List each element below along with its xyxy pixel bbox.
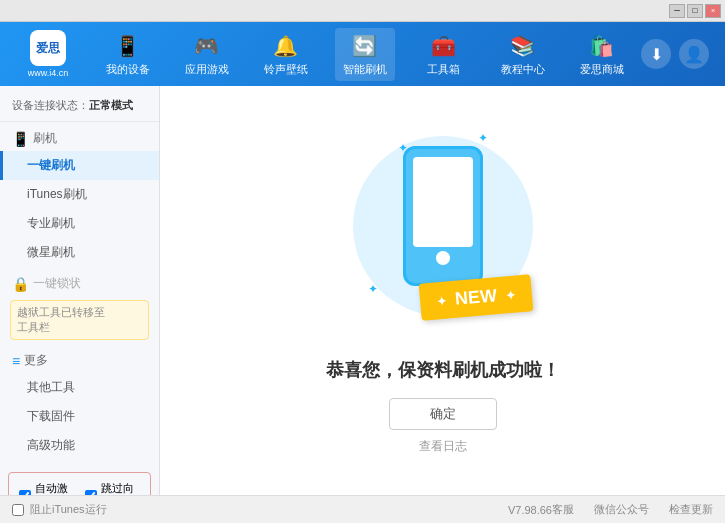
nav-label-app-games: 应用游戏 xyxy=(185,62,229,77)
phone-illustration: ✦ ✦ ✦ NEW xyxy=(343,126,543,346)
phone-home-button xyxy=(436,251,450,265)
phone-shape xyxy=(403,146,483,286)
main-content: ✦ ✦ ✦ NEW 恭喜您，保资料刷机成功啦！ 确定 查看日志 xyxy=(160,86,725,495)
nav-app-games[interactable]: 🎮 应用游戏 xyxy=(177,28,237,81)
wechat-public-link[interactable]: 微信公众号 xyxy=(594,502,649,517)
flash-section-icon: 📱 xyxy=(12,131,29,147)
sparkle-3: ✦ xyxy=(368,282,378,296)
sparkle-1: ✦ xyxy=(398,141,408,155)
nav-smart-flash[interactable]: 🔄 智能刷机 xyxy=(335,28,395,81)
sidebar: 设备连接状态：正常模式 📱 刷机 一键刷机 iTunes刷机 专业刷机 微星刷机… xyxy=(0,86,160,495)
version-label: V7.98.66 xyxy=(508,504,552,516)
stop-itunes-checkbox[interactable] xyxy=(12,504,24,516)
new-text: NEW xyxy=(455,285,499,309)
stop-itunes-label: 阻止iTunes运行 xyxy=(30,502,107,517)
section-flash-label: 刷机 xyxy=(33,130,57,147)
auto-activate-checkbox[interactable]: 自动激活 xyxy=(19,481,75,495)
nav-bar: 📱 我的设备 🎮 应用游戏 🔔 铃声壁纸 🔄 智能刷机 🧰 工具箱 📚 教程中心… xyxy=(88,28,641,81)
logo: 爱思 www.i4.cn xyxy=(8,30,88,78)
skip-wizard-label: 跳过向导 xyxy=(101,481,141,495)
check-update-link[interactable]: 检查更新 xyxy=(669,502,713,517)
logo-url: www.i4.cn xyxy=(28,68,69,78)
user-button[interactable]: 👤 xyxy=(679,39,709,69)
smart-flash-icon: 🔄 xyxy=(351,32,379,60)
lock-section-icon: 🔒 xyxy=(12,276,29,292)
ringtones-icon: 🔔 xyxy=(272,32,300,60)
nav-label-ringtones: 铃声壁纸 xyxy=(264,62,308,77)
section-more: ≡ 更多 xyxy=(0,348,159,373)
title-bar-controls: ─ □ × xyxy=(669,4,721,18)
section-flash: 📱 刷机 xyxy=(0,126,159,151)
nav-label-my-device: 我的设备 xyxy=(106,62,150,77)
section-more-label: 更多 xyxy=(24,352,48,369)
view-log-link[interactable]: 查看日志 xyxy=(419,438,467,455)
more-section-icon: ≡ xyxy=(12,353,20,369)
footer-right: 客服 微信公众号 检查更新 xyxy=(552,502,713,517)
connection-status: 设备连接状态：正常模式 xyxy=(0,94,159,122)
download-button[interactable]: ⬇ xyxy=(641,39,671,69)
maximize-button[interactable]: □ xyxy=(687,4,703,18)
customer-service-link[interactable]: 客服 xyxy=(552,502,574,517)
minimize-button[interactable]: ─ xyxy=(669,4,685,18)
phone-screen xyxy=(413,157,473,247)
close-button[interactable]: × xyxy=(705,4,721,18)
nav-toolbox[interactable]: 🧰 工具箱 xyxy=(414,28,474,81)
nav-my-device[interactable]: 📱 我的设备 xyxy=(98,28,158,81)
sidebar-item-download-firmware[interactable]: 下载固件 xyxy=(0,402,159,431)
nav-tutorial[interactable]: 📚 教程中心 xyxy=(493,28,553,81)
footer-left: 阻止iTunes运行 xyxy=(12,502,508,517)
auto-activate-label: 自动激活 xyxy=(35,481,75,495)
confirm-button[interactable]: 确定 xyxy=(389,398,497,430)
nav-label-tutorial: 教程中心 xyxy=(501,62,545,77)
success-message: 恭喜您，保资料刷机成功啦！ xyxy=(326,358,560,382)
auto-activate-input[interactable] xyxy=(19,490,31,495)
sidebar-item-itunes-flash[interactable]: iTunes刷机 xyxy=(0,180,159,209)
sidebar-item-weixing-flash[interactable]: 微星刷机 xyxy=(0,238,159,267)
nav-label-mall: 爱思商城 xyxy=(580,62,624,77)
sidebar-item-other-tools[interactable]: 其他工具 xyxy=(0,373,159,402)
skip-wizard-checkbox[interactable]: 跳过向导 xyxy=(85,481,141,495)
header-right: ⬇ 👤 xyxy=(641,39,717,69)
nav-label-smart-flash: 智能刷机 xyxy=(343,62,387,77)
section-lock: 🔒 一键锁状 xyxy=(0,271,159,296)
nav-label-toolbox: 工具箱 xyxy=(427,62,460,77)
footer-center: V7.98.66 xyxy=(508,504,552,516)
nav-ringtones[interactable]: 🔔 铃声壁纸 xyxy=(256,28,316,81)
section-lock-label: 一键锁状 xyxy=(33,275,81,292)
status-value: 正常模式 xyxy=(89,99,133,111)
sparkle-2: ✦ xyxy=(478,131,488,145)
nav-mall[interactable]: 🛍️ 爱思商城 xyxy=(572,28,632,81)
sidebar-item-onekey-flash[interactable]: 一键刷机 xyxy=(0,151,159,180)
lock-notice: 越狱工具已转移至工具栏 xyxy=(10,300,149,340)
mall-icon: 🛍️ xyxy=(588,32,616,60)
logo-icon: 爱思 xyxy=(30,30,66,66)
sidebar-item-advanced[interactable]: 高级功能 xyxy=(0,431,159,460)
header: 爱思 www.i4.cn 📱 我的设备 🎮 应用游戏 🔔 铃声壁纸 🔄 智能刷机… xyxy=(0,22,725,86)
my-device-icon: 📱 xyxy=(114,32,142,60)
title-bar: ─ □ × xyxy=(0,0,725,22)
skip-wizard-input[interactable] xyxy=(85,490,97,495)
app-games-icon: 🎮 xyxy=(193,32,221,60)
tutorial-icon: 📚 xyxy=(509,32,537,60)
sidebar-item-pro-flash[interactable]: 专业刷机 xyxy=(0,209,159,238)
toolbox-icon: 🧰 xyxy=(430,32,458,60)
footer: 阻止iTunes运行 V7.98.66 客服 微信公众号 检查更新 xyxy=(0,495,725,523)
